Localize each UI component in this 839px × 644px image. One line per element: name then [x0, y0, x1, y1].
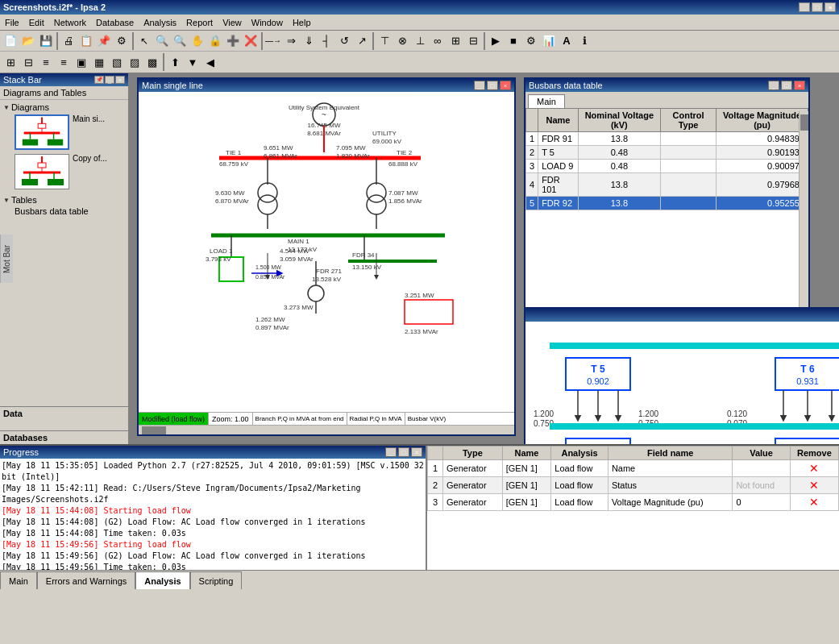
tb2-4[interactable]: ≡ — [55, 53, 73, 71]
tb2-7[interactable]: ▧ — [108, 53, 126, 71]
tb-cap[interactable]: ⊞ — [446, 32, 464, 50]
tb-line[interactable]: —→ — [264, 32, 282, 50]
bottom-tab-errors-and-warnings[interactable]: Errors and Warnings — [37, 571, 135, 589]
tb-cursor[interactable]: ↖ — [135, 32, 153, 50]
menu-edit[interactable]: Edit — [24, 16, 49, 29]
menu-window[interactable]: Window — [247, 16, 288, 29]
bt-max[interactable]: □ — [781, 81, 792, 90]
tb-A[interactable]: A — [558, 32, 575, 50]
tb-run[interactable]: ▶ — [487, 32, 505, 50]
bottom-tab-main[interactable]: Main — [0, 571, 37, 589]
analysis-row-remove[interactable]: ✕ — [790, 460, 838, 477]
toolbar-row-2: ⊞ ⊟ ≡ ≡ ▣ ▦ ▧ ▨ ▩ ⬆ ▼ ◀ — [0, 52, 839, 73]
tb-settings[interactable]: ⚙ — [522, 32, 540, 50]
tb-zoom-out[interactable]: 🔍 — [171, 32, 189, 50]
stack-pin[interactable]: 📌 — [94, 76, 104, 84]
tb2-8[interactable]: ▨ — [126, 53, 143, 71]
toolbar-row-1: 📄 📂 💾 🖨 📋 📌 ⚙ ↖ 🔍 🔍 ✋ 🔒 ➕ ❌ —→ ⇒ ⇓ ┤ ↺ ↗… — [0, 31, 839, 52]
tree-diagrams-section[interactable]: ▼ Diagrams — [3, 102, 125, 113]
prog-close[interactable]: × — [411, 447, 422, 457]
menu-report[interactable]: Report — [181, 16, 218, 29]
bt-min[interactable]: _ — [768, 81, 779, 90]
analysis-row-num: 2 — [428, 477, 443, 494]
tb-print[interactable]: 🖨 — [60, 32, 77, 50]
close-btn[interactable]: × — [824, 2, 836, 12]
bt-close[interactable]: × — [794, 81, 805, 90]
tb-stop[interactable]: ■ — [505, 32, 522, 50]
thumb-copy[interactable]: Copy of... — [15, 152, 125, 191]
acol-name: Name — [502, 447, 551, 460]
busbar-vscroll[interactable] — [799, 111, 808, 326]
tb-load[interactable]: ⊥ — [411, 32, 429, 50]
maximize-btn[interactable]: □ — [812, 2, 823, 12]
tb2-5[interactable]: ▣ — [73, 53, 90, 71]
tb-sw[interactable]: ⊟ — [464, 32, 482, 50]
menu-database[interactable]: Database — [91, 16, 139, 29]
tb-new[interactable]: 📄 — [2, 32, 19, 50]
analysis-row-remove[interactable]: ✕ — [790, 477, 838, 494]
tb2-nav[interactable]: ⬆ — [166, 53, 184, 71]
tb-xfmr[interactable]: ∞ — [429, 32, 446, 50]
busbar-tab-main[interactable]: Main — [528, 94, 565, 108]
minimize-btn[interactable]: _ — [799, 2, 810, 12]
tree-tables-section[interactable]: ▼ Tables — [3, 194, 125, 206]
sld-hscroll[interactable] — [139, 425, 514, 434]
tb-save[interactable]: 💾 — [37, 32, 55, 50]
bottom-tab-analysis[interactable]: Analysis — [135, 571, 189, 589]
tb-add[interactable]: ➕ — [224, 32, 242, 50]
tb-arrow-right[interactable]: ⇒ — [282, 32, 300, 50]
tb2-3[interactable]: ≡ — [37, 53, 55, 71]
tb-del[interactable]: ❌ — [242, 32, 260, 50]
data-section-title[interactable]: Data — [0, 407, 128, 420]
prog-max[interactable]: □ — [398, 447, 409, 457]
tb-copy[interactable]: 📋 — [77, 32, 95, 50]
menu-analysis[interactable]: Analysis — [139, 16, 181, 29]
tb2-nav2[interactable]: ▼ — [184, 53, 201, 71]
tb-gen[interactable]: ⊗ — [393, 32, 411, 50]
tb-branch[interactable]: ┤ — [318, 32, 335, 50]
tb-pan[interactable]: ✋ — [189, 32, 206, 50]
tb-arrow-down[interactable]: ⇓ — [300, 32, 318, 50]
main-sld-title-bar[interactable]: Main single line _ □ × — [139, 79, 514, 92]
remove-icon[interactable]: ✕ — [809, 496, 819, 509]
remove-icon[interactable]: ✕ — [809, 462, 819, 475]
stack-min[interactable]: _ — [105, 76, 114, 84]
tb-lock[interactable]: 🔒 — [206, 32, 224, 50]
databases-section-title[interactable]: Databases — [0, 431, 128, 444]
menu-file[interactable]: File — [0, 16, 24, 29]
tb-props[interactable]: ⚙ — [113, 32, 131, 50]
tree-busbar-label: Busbars data table — [15, 206, 89, 216]
tb-route[interactable]: ↗ — [353, 32, 371, 50]
tb-paste[interactable]: 📌 — [95, 32, 113, 50]
tb-loop[interactable]: ↺ — [335, 32, 353, 50]
tb-chart[interactable]: 📊 — [540, 32, 558, 50]
tb2-9[interactable]: ▩ — [143, 53, 161, 71]
thumb-main[interactable]: Main si... — [15, 113, 125, 152]
analysis-row-remove[interactable]: ✕ — [790, 494, 838, 511]
tb-open[interactable]: 📂 — [19, 32, 37, 50]
tree-busbar-table[interactable]: Busbars data table — [15, 206, 125, 217]
remove-icon[interactable]: ✕ — [809, 479, 819, 492]
menu-help[interactable]: Help — [288, 16, 316, 29]
tb-info[interactable]: ℹ — [575, 32, 593, 50]
menu-network[interactable]: Network — [49, 16, 91, 29]
busbar-scroll-thumb[interactable] — [800, 114, 808, 131]
prog-min[interactable]: _ — [385, 447, 397, 457]
tb2-6[interactable]: ▦ — [90, 53, 108, 71]
sld-min[interactable]: _ — [474, 81, 485, 90]
sld-max[interactable]: □ — [487, 81, 498, 90]
menu-view[interactable]: View — [218, 16, 247, 29]
tb-bus[interactable]: ⊤ — [376, 32, 393, 50]
sld-close[interactable]: × — [500, 81, 511, 90]
tb2-2[interactable]: ⊟ — [19, 53, 37, 71]
stack-close[interactable]: × — [115, 76, 125, 84]
col-voltage: Voltage Magnitude (pu) — [716, 109, 808, 132]
sld-hscroll-thumb[interactable] — [142, 426, 166, 434]
volt-title-bar[interactable]: _ □ × — [525, 309, 839, 322]
busbar-table-title-bar[interactable]: Busbars data table _ □ × — [525, 79, 808, 92]
tb2-nav3[interactable]: ◀ — [201, 53, 219, 71]
tb2-1[interactable]: ⊞ — [2, 53, 19, 71]
tb-zoom-in[interactable]: 🔍 — [153, 32, 171, 50]
bottom-tab-scripting[interactable]: Scripting — [190, 571, 243, 589]
svg-text:9.630 MW: 9.630 MW — [215, 189, 245, 197]
